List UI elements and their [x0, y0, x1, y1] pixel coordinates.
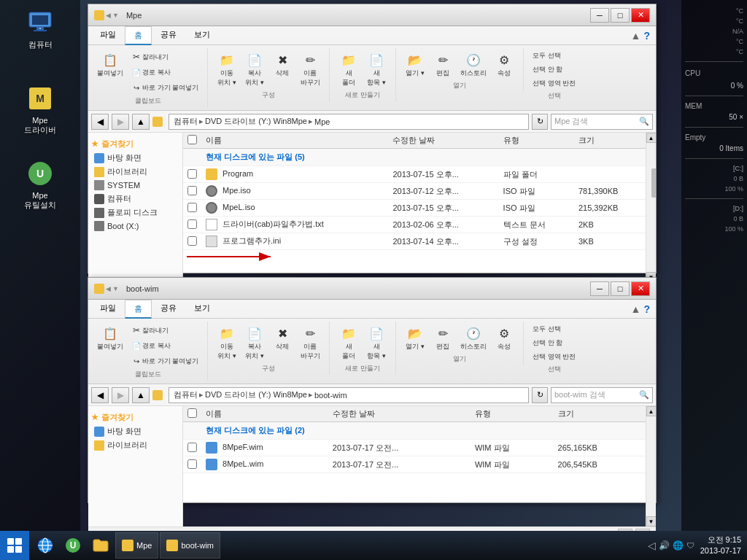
taskbar-item-mpe[interactable]: Mpe [115, 532, 158, 559]
file-table-scroll-boot[interactable]: 이름 수정한 날짜 유형 크기 현재 디스크에 있는 파일 (2) [183, 406, 646, 526]
newfolder-btn-boot[interactable]: 📁 새폴더 [336, 323, 362, 362]
title-quick-btn2[interactable]: ▼ [112, 12, 119, 19]
col-date-mpe[interactable]: 수정한 날짜 [388, 133, 498, 149]
select-none-btn-mpe[interactable]: 선택 안 함 [530, 63, 578, 76]
newitem-btn-boot[interactable]: 📄 새항목 ▾ [363, 323, 390, 362]
col-type-boot[interactable]: 유형 [471, 406, 554, 422]
row-checkbox[interactable] [187, 219, 197, 229]
close-btn-boot[interactable]: ✕ [631, 281, 650, 296]
up-btn-boot[interactable]: ▲ [132, 387, 150, 403]
search-box-boot[interactable]: boot-wim 검색 🔍 [551, 387, 653, 403]
path-copy-btn-boot[interactable]: 📄 경로 복사 [128, 338, 201, 353]
move-btn-mpe[interactable]: 📁 이동위치 ▾ [214, 50, 240, 89]
tab-view-boot[interactable]: 보기 [185, 300, 219, 318]
ribbon-collapse-btn-mpe[interactable]: ▲ [631, 30, 641, 42]
title-quick-btn2-boot[interactable]: ▼ [112, 285, 119, 292]
history-btn-mpe[interactable]: 🕐 히스토리 [457, 50, 489, 79]
tab-share-mpe[interactable]: 공유 [152, 26, 185, 44]
rename-btn-boot[interactable]: ✏ 이름바꾸기 [297, 323, 323, 362]
help-btn-mpe[interactable]: ? [643, 30, 650, 42]
tab-view-mpe[interactable]: 보기 [185, 26, 219, 44]
title-quick-btn1[interactable]: ◀ [106, 12, 111, 19]
newfolder-btn-mpe[interactable]: 📁 새폴더 [336, 50, 362, 89]
row-checkbox[interactable] [187, 203, 197, 212]
desktop-icon-mpe-driver[interactable]: M Mpe드라이버 [11, 84, 69, 136]
select-all-checkbox-boot[interactable] [187, 408, 197, 418]
invert-btn-boot[interactable]: 선택 영역 반전 [530, 351, 578, 363]
properties-btn-boot[interactable]: ⚙ 속성 [491, 323, 517, 353]
scroll-up-boot[interactable]: ▲ [646, 406, 657, 416]
forward-btn-boot[interactable]: ▶ [112, 387, 129, 403]
tab-home-mpe[interactable]: 홈 [125, 26, 152, 45]
table-row[interactable]: 드라이버(cab)파일추가법.txt 2013-02-06 오후... 텍스트 … [183, 217, 646, 233]
delete-btn-mpe[interactable]: ✖ 삭제 [269, 50, 295, 89]
open-btn-boot[interactable]: 📂 열기 ▾ [402, 323, 428, 353]
history-btn-boot[interactable]: 🕐 히스토리 [457, 323, 489, 353]
nav-desktop-mpe[interactable]: 바탕 화면 [91, 151, 179, 165]
taskbar-item-browser[interactable] [32, 532, 58, 559]
nav-library-boot[interactable]: 라이브러리 [91, 438, 179, 452]
back-btn-boot[interactable]: ◀ [91, 387, 109, 403]
tab-home-boot[interactable]: 홈 [125, 300, 152, 319]
search-icon-mpe[interactable]: 🔍 [639, 117, 649, 126]
taskbar-item-folder[interactable] [88, 532, 114, 559]
edit-btn-boot[interactable]: ✏ 편집 [430, 323, 456, 353]
copy-btn-mpe[interactable]: 📄 복사위치 ▾ [241, 50, 268, 89]
scroll-down-boot[interactable]: ▼ [646, 516, 657, 526]
taskbar-item-boot-wim[interactable]: boot-wim [160, 532, 220, 559]
ribbon-collapse-btn-boot[interactable]: ▲ [631, 303, 641, 315]
invert-btn-mpe[interactable]: 선택 영역 반전 [530, 77, 578, 90]
address-breadcrumb-boot[interactable]: 컴퓨터 ▸ DVD 드라이브 (Y:) Win8Mpe ▸ boot-wim [169, 387, 529, 403]
address-breadcrumb-mpe[interactable]: 컴퓨터 ▸ DVD 드라이브 (Y:) Win8Mpe ▸ Mpe [169, 114, 529, 130]
select-all-btn-mpe[interactable]: 모두 선택 [530, 50, 578, 62]
tab-share-boot[interactable]: 공유 [152, 300, 185, 318]
delete-btn-boot[interactable]: ✖ 삭제 [269, 323, 295, 362]
refresh-btn-boot[interactable]: ↻ [532, 387, 548, 403]
cut-btn-boot[interactable]: ✂ 잘라내기 [128, 323, 201, 338]
scroll-up-mpe[interactable]: ▲ [646, 133, 657, 143]
select-all-checkbox-mpe[interactable] [187, 135, 197, 144]
row-checkbox[interactable] [187, 459, 197, 469]
forward-btn-mpe[interactable]: ▶ [112, 114, 129, 130]
refresh-btn-mpe[interactable]: ↻ [532, 114, 548, 130]
select-all-btn-boot[interactable]: 모두 선택 [530, 323, 578, 335]
tab-file-mpe[interactable]: 파일 [91, 26, 125, 44]
copy-btn-boot[interactable]: 📄 복사위치 ▾ [241, 323, 268, 362]
table-row[interactable]: MpeL.iso 2013-07-15 오후... ISO 파일 215,392… [183, 200, 646, 217]
table-row[interactable]: Program 2013-07-15 오후... 파일 폴더 [183, 166, 646, 183]
nav-computer-mpe[interactable]: 컴퓨터 [91, 192, 179, 206]
rename-btn-mpe[interactable]: ✏ 이름바꾸기 [297, 50, 323, 89]
row-checkbox[interactable] [187, 443, 197, 452]
title-quick-btn1-boot[interactable]: ◀ [106, 285, 111, 292]
move-btn-boot[interactable]: 📁 이동위치 ▾ [214, 323, 240, 362]
cut-btn-mpe[interactable]: ✂ 잘라내기 [128, 50, 201, 64]
desktop-icon-mpe-util[interactable]: U Mpe유틸설치 [11, 159, 69, 211]
minimize-btn-boot[interactable]: ─ [590, 281, 609, 296]
close-btn-mpe[interactable]: ✕ [631, 8, 650, 23]
nav-system-mpe[interactable]: SYSTEM [91, 179, 179, 192]
path-copy-btn-mpe[interactable]: 📄 경로 복사 [128, 65, 201, 79]
tray-network[interactable]: 🌐 [673, 540, 684, 551]
taskbar-item-util[interactable]: U [60, 532, 86, 559]
up-btn-mpe[interactable]: ▲ [132, 114, 150, 130]
start-button[interactable] [0, 531, 29, 560]
col-type-mpe[interactable]: 유형 [499, 133, 574, 149]
tray-defender[interactable]: 🛡 [686, 541, 694, 550]
back-btn-mpe[interactable]: ◀ [91, 114, 109, 130]
minimize-btn-mpe[interactable]: ─ [590, 8, 609, 23]
desktop-icon-computer[interactable]: 컴퓨터 [11, 7, 69, 50]
shortcut-paste-btn-mpe[interactable]: ↪ 바로 가기 붙여넣기 [128, 80, 201, 95]
scrollbar-boot[interactable]: ▲ ▼ [646, 406, 656, 526]
row-checkbox[interactable] [187, 186, 197, 195]
tray-speaker[interactable]: 🔊 [659, 540, 670, 551]
edit-btn-mpe[interactable]: ✏ 편집 [430, 50, 456, 79]
nav-floppy-mpe[interactable]: 플로피 디스크 [91, 206, 179, 219]
maximize-btn-boot[interactable]: □ [611, 281, 630, 296]
nav-desktop-boot[interactable]: 바탕 화면 [91, 424, 179, 438]
col-date-boot[interactable]: 수정한 날짜 [328, 406, 471, 422]
taskbar-clock[interactable]: 오전 9:15 2013-07-17 [700, 534, 741, 557]
maximize-btn-mpe[interactable]: □ [611, 8, 630, 23]
newitem-btn-mpe[interactable]: 📄 새항목 ▾ [363, 50, 390, 89]
table-row[interactable]: 8MpeF.wim 2013-07-17 오전... WIM 파일 265,16… [183, 440, 646, 456]
open-btn-mpe[interactable]: 📂 열기 ▾ [402, 50, 428, 79]
